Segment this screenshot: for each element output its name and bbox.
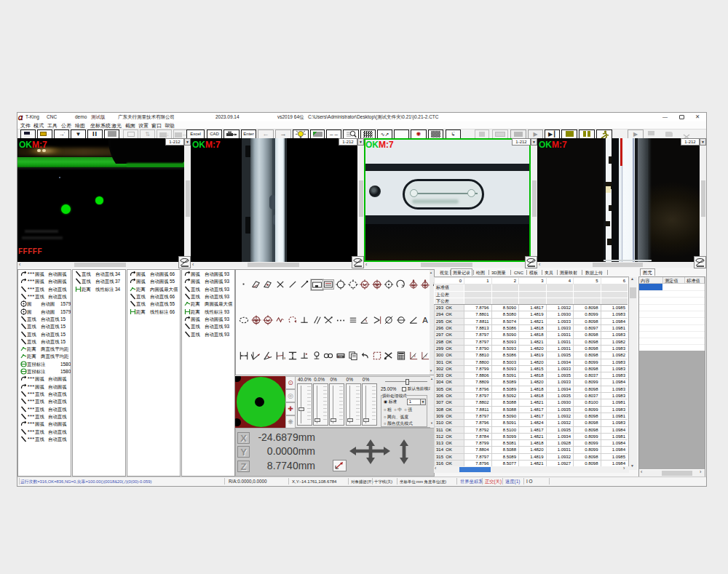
svg-text:r: r — [426, 354, 427, 358]
svg-text:s: s — [284, 356, 285, 360]
svg-text:A: A — [422, 316, 428, 324]
svg-text:x: x — [414, 354, 416, 358]
